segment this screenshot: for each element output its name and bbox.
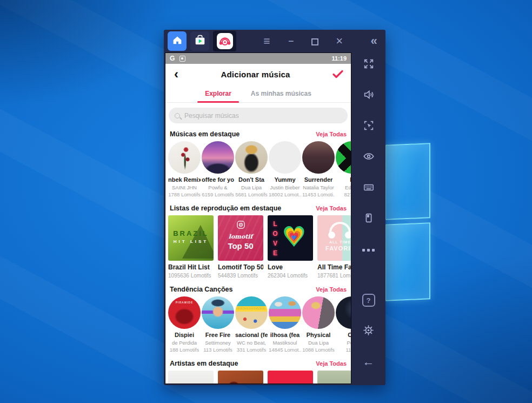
section-title: Artistas em destaque	[170, 360, 238, 367]
song-item[interactable]: nbek Remix SAINt JHN 1788 Lomotifs	[168, 141, 201, 197]
tab-explorar[interactable]: Explorar	[205, 84, 231, 102]
song-art[interactable]	[235, 141, 268, 174]
eye-comfort-button[interactable]	[351, 145, 385, 170]
rotate-device-button[interactable]	[351, 207, 385, 232]
playlist-art[interactable]: LOVE ♥ ♥ ♥ ♥ ♥	[268, 215, 313, 261]
song-art[interactable]	[336, 141, 351, 174]
search-input[interactable]	[184, 112, 342, 120]
song-item[interactable]: Yummy Justin Bieber 18002 Lomot...	[269, 141, 301, 197]
song-item[interactable]: P Ed Sh 8275 L	[336, 141, 351, 197]
playlist-art[interactable]: BRAZIL HIT LIST	[168, 215, 214, 261]
android-back-button[interactable]: ←	[351, 349, 385, 374]
playlist-item[interactable]: BRAZIL HIT LIST Brazil Hit List 1095636 …	[168, 215, 214, 279]
playlists-row: BRAZIL HIT LIST Brazil Hit List 1095636 …	[165, 215, 351, 279]
maximize-icon	[311, 38, 318, 45]
song-title: Dispiei	[168, 332, 201, 338]
song-art[interactable]	[336, 296, 351, 329]
windows-logo-pane-bottom	[385, 222, 430, 301]
play-store-tab-button[interactable]	[190, 31, 209, 51]
song-title: Physical	[302, 332, 335, 338]
song-art[interactable]: PIRAMIDE	[168, 296, 201, 329]
song-art[interactable]	[202, 141, 234, 174]
back-button[interactable]: ‹	[174, 66, 178, 82]
play-store-icon	[194, 34, 207, 49]
lomotif-tab-button[interactable]	[213, 31, 236, 51]
song-count: 11453 Lomoti...	[302, 191, 335, 197]
song-art[interactable]	[302, 141, 335, 174]
search-field[interactable]	[169, 108, 348, 123]
android-statusbar: G 11:19	[165, 53, 351, 64]
song-art[interactable]: SENSACIONAL	[235, 296, 268, 329]
playlist-item[interactable]: LOVE ♥ ♥ ♥ ♥ ♥ Love 262304 Lomotifs	[268, 215, 313, 279]
song-art[interactable]	[269, 296, 301, 329]
playlist-art[interactable]: lomotif Top 50	[218, 215, 263, 261]
home-tab-button[interactable]	[168, 31, 187, 51]
song-art[interactable]	[202, 296, 234, 329]
close-button[interactable]: ×	[327, 30, 351, 52]
see-all-link[interactable]: Veja Todas	[316, 360, 347, 367]
emulator-titlebar[interactable]: ≡ − × «	[164, 30, 385, 52]
song-item[interactable]: SENSACIONAL sacional (fe WC no Beat, 331…	[235, 296, 268, 353]
menu-icon[interactable]: ≡	[255, 30, 279, 52]
section-header-playlists: Listas de reprodução em destaque Veja To…	[170, 204, 347, 212]
playlist-item[interactable]: ALL TIME FAVORIT All Time Favs 1877681 L…	[317, 215, 351, 279]
song-item[interactable]: offee for yo Powfu & 6159 Lomotifs	[202, 141, 234, 197]
lomotif-logo-icon	[218, 220, 263, 229]
help-button[interactable]: ?	[351, 288, 385, 313]
song-art[interactable]	[302, 296, 335, 329]
song-item[interactable]: ilhosa (fea Mastiksoul 14845 Lomot...	[269, 296, 301, 353]
song-art[interactable]	[168, 141, 201, 174]
playlist-art-text: BRAZIL	[168, 229, 214, 237]
pointer-capture-icon	[363, 120, 375, 134]
confirm-button[interactable]	[332, 70, 343, 78]
see-all-link[interactable]: Veja Todas	[316, 286, 347, 293]
playlist-art-text: HIT LIST	[168, 239, 214, 244]
song-artist: WC no Beat,	[235, 340, 268, 346]
playlist-title: Brazil Hit List	[168, 263, 214, 271]
song-artist: Settimoney	[202, 340, 234, 346]
maximize-button[interactable]	[303, 30, 328, 52]
song-item[interactable]: Don't Sta Dua Lipa 5681 Lomotifs	[235, 141, 268, 197]
artist-art[interactable]	[268, 371, 313, 384]
settings-button[interactable]	[351, 319, 385, 343]
artist-art[interactable]	[168, 371, 214, 384]
playlist-art-text: lomotif	[218, 233, 263, 240]
song-artist: Justin Bieber	[269, 184, 301, 190]
keyboard-icon	[363, 181, 375, 195]
song-art[interactable]	[269, 141, 301, 174]
see-all-link[interactable]: Veja Todas	[316, 131, 347, 137]
playlist-title: All Time Favs	[317, 263, 351, 271]
song-count: 188 Lomotifs	[168, 347, 201, 353]
see-all-link[interactable]: Veja Todas	[316, 205, 347, 212]
song-artist: SAINt JHN	[168, 184, 201, 190]
tab-as-minhas-musicas[interactable]: As minhas músicas	[251, 84, 311, 102]
virtual-keyboard-button[interactable]	[351, 176, 385, 201]
collapse-sidebar-button[interactable]: «	[361, 30, 385, 52]
search-icon	[175, 113, 180, 118]
minimize-button[interactable]: −	[279, 30, 303, 52]
artist-art[interactable]	[317, 371, 351, 384]
song-item[interactable]: Cir Post 116 L	[336, 296, 351, 353]
artist-art[interactable]	[218, 371, 263, 384]
section-header-trending: Tendência Canções Veja Todas	[170, 286, 347, 293]
playlist-art[interactable]: ALL TIME FAVORIT	[317, 215, 351, 261]
fullscreen-button[interactable]	[351, 52, 385, 77]
song-item[interactable]: PIRAMIDE Dispiei de Perdida 188 Lomotifs	[168, 296, 201, 353]
song-title: P	[336, 176, 351, 183]
artists-row	[165, 371, 351, 384]
section-header-artists: Artistas em destaque Veja Todas	[170, 360, 347, 367]
song-item[interactable]: Physical Dua Lipa 1088 Lomotifs	[302, 296, 335, 353]
song-title: Cir	[336, 332, 351, 338]
app-header: ‹ Adicionar música	[165, 64, 351, 84]
more-options-button[interactable]	[351, 237, 385, 262]
song-item[interactable]: Free Fire Settimoney 113 Lomotifs	[202, 296, 234, 353]
song-item[interactable]: Surrender Natalia Taylor 11453 Lomoti...	[302, 141, 335, 197]
song-count: 113 Lomotifs	[202, 347, 234, 353]
playlist-item[interactable]: lomotif Top 50 Lomotif Top 50 544839 Lom…	[218, 215, 263, 279]
song-count: 6159 Lomotifs	[202, 191, 234, 197]
song-artist: Ed Sh	[336, 184, 351, 190]
pointer-capture-button[interactable]	[351, 114, 385, 139]
volume-button[interactable]	[351, 83, 385, 108]
song-title: offee for yo	[202, 176, 234, 183]
fullscreen-icon	[363, 58, 375, 72]
